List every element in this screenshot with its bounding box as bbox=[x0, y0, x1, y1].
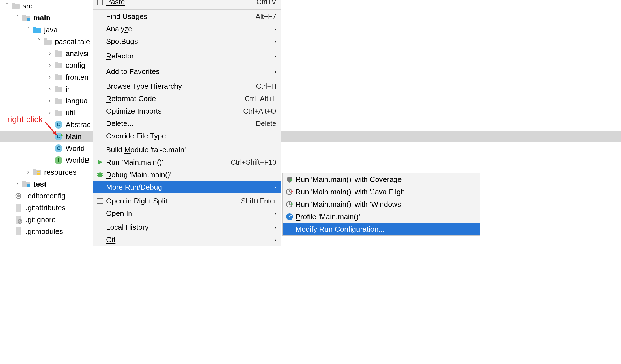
package-icon bbox=[54, 60, 63, 70]
menu-item-run-coverage[interactable]: Run 'Main.main()' with Coverage bbox=[283, 173, 480, 186]
menu-item-open-split[interactable]: Open in Right Split Shift+Enter bbox=[93, 195, 281, 207]
gear-icon bbox=[14, 191, 23, 201]
expand-arrow-icon[interactable]: ˅ bbox=[14, 14, 21, 21]
tree-label: resources bbox=[44, 168, 76, 177]
expand-arrow-icon[interactable]: › bbox=[46, 62, 54, 69]
svg-rect-4 bbox=[27, 18, 30, 21]
menu-item-debug[interactable]: Debug 'Main.main()' bbox=[93, 168, 281, 181]
menu-shortcut: Ctrl+Alt+L bbox=[245, 95, 276, 103]
menu-item-build-module[interactable]: Build Module 'tai-e.main' bbox=[93, 144, 281, 156]
expand-arrow-icon[interactable]: ˅ bbox=[24, 26, 32, 33]
tree-label: World bbox=[66, 144, 85, 153]
svg-rect-36 bbox=[22, 181, 26, 183]
menu-item-more-run-debug[interactable]: More Run/Debug › bbox=[93, 181, 281, 193]
run-icon bbox=[96, 159, 104, 165]
tree-label: .gitattributes bbox=[25, 203, 66, 212]
tree-label: langua bbox=[66, 97, 88, 105]
svg-line-70 bbox=[289, 204, 291, 205]
menu-shortcut: Ctrl+H bbox=[256, 82, 276, 90]
menu-item-modify-run-config[interactable]: Modify Run Configuration... bbox=[283, 223, 480, 235]
expand-arrow-icon[interactable]: › bbox=[46, 109, 54, 116]
svg-rect-53 bbox=[98, 0, 103, 5]
tree-label: pascal.taie bbox=[55, 37, 90, 46]
tree-label: config bbox=[66, 61, 85, 70]
menu-item-open-in[interactable]: Open In › bbox=[93, 207, 281, 220]
menu-item-reformat[interactable]: Reformat Code Ctrl+Alt+L bbox=[93, 92, 281, 105]
menu-item-run[interactable]: Run 'Main.main()' Ctrl+Shift+F10 bbox=[93, 156, 281, 168]
tree-label: .editorconfig bbox=[25, 192, 66, 200]
menu-item-optimize-imports[interactable]: Optimize Imports Ctrl+Alt+O bbox=[93, 105, 281, 117]
menu-item-spotbugs[interactable]: SpotBugs › bbox=[93, 35, 281, 47]
package-icon bbox=[54, 84, 63, 94]
menu-item-refactor[interactable]: Refactor › bbox=[93, 49, 281, 63]
source-folder-icon bbox=[32, 25, 42, 34]
svg-line-66 bbox=[289, 192, 291, 192]
svg-rect-3 bbox=[22, 15, 26, 17]
expand-arrow-icon[interactable]: › bbox=[46, 85, 54, 93]
svg-rect-16 bbox=[55, 86, 58, 88]
svg-rect-6 bbox=[33, 27, 36, 29]
svg-rect-40 bbox=[16, 204, 21, 212]
interface-icon: I bbox=[54, 155, 63, 165]
menu-item-local-history[interactable]: Local History › bbox=[93, 221, 281, 233]
tree-label: .gitmodules bbox=[25, 227, 63, 236]
context-menu: Paste Ctrl+V Find Usages Alt+F7 Analyze … bbox=[93, 0, 281, 246]
menu-label: Local History bbox=[106, 223, 148, 232]
submenu-arrow-icon: › bbox=[274, 26, 276, 32]
package-icon bbox=[43, 37, 53, 46]
svg-rect-32 bbox=[37, 171, 40, 172]
submenu-arrow-icon: › bbox=[274, 224, 276, 231]
expand-arrow-icon[interactable]: › bbox=[14, 180, 21, 188]
menu-shortcut: Shift+Enter bbox=[241, 197, 276, 205]
class-icon: C bbox=[54, 144, 63, 153]
menu-label: Paste bbox=[106, 0, 125, 6]
context-submenu-run-debug: Run 'Main.main()' with Coverage Run 'Mai… bbox=[282, 173, 480, 236]
menu-item-analyze[interactable]: Analyze › bbox=[93, 23, 281, 35]
menu-item-run-flight[interactable]: Run 'Main.main()' with 'Java Fligh bbox=[283, 186, 480, 198]
file-icon bbox=[14, 227, 23, 236]
menu-label: Delete... bbox=[106, 119, 133, 128]
clock-run-icon bbox=[285, 188, 294, 196]
menu-item-delete[interactable]: Delete... Delete bbox=[93, 117, 281, 130]
menu-label: Find Usages bbox=[106, 12, 147, 21]
menu-label: More Run/Debug bbox=[106, 183, 162, 192]
menu-label: Add to Favorites bbox=[106, 67, 159, 76]
menu-label: Build Module 'tai-e.main' bbox=[106, 146, 186, 154]
menu-separator bbox=[93, 9, 281, 10]
expand-arrow-icon[interactable]: › bbox=[24, 168, 32, 176]
svg-text:I: I bbox=[58, 157, 59, 163]
svg-point-39 bbox=[18, 195, 19, 197]
menu-item-browse-hierarchy[interactable]: Browse Type Hierarchy Ctrl+H bbox=[93, 80, 281, 92]
svg-line-57 bbox=[97, 173, 98, 174]
menu-separator bbox=[93, 220, 281, 220]
menu-label: Analyze bbox=[106, 25, 132, 33]
menu-item-profile[interactable]: Profile 'Main.main()' bbox=[283, 211, 480, 223]
tree-label: .gitignore bbox=[25, 215, 56, 224]
expand-arrow-icon[interactable]: ˅ bbox=[35, 38, 43, 45]
annotation-right-click: right click bbox=[7, 114, 43, 124]
menu-label: Refactor bbox=[106, 52, 134, 60]
expand-arrow-icon[interactable]: › bbox=[46, 97, 54, 105]
package-icon bbox=[54, 49, 63, 58]
menu-shortcut: Delete bbox=[256, 120, 276, 128]
expand-arrow-icon[interactable]: › bbox=[46, 73, 54, 81]
svg-rect-48 bbox=[17, 229, 20, 230]
menu-label: Browse Type Hierarchy bbox=[106, 82, 182, 91]
svg-rect-33 bbox=[37, 173, 40, 174]
menu-label: Run 'Main.main()' bbox=[106, 158, 163, 167]
menu-item-run-windows[interactable]: Run 'Main.main()' with 'Windows bbox=[283, 198, 480, 211]
menu-label: Override File Type bbox=[106, 132, 166, 140]
tree-label: util bbox=[66, 109, 75, 117]
menu-label: Run 'Main.main()' with 'Java Fligh bbox=[296, 188, 405, 196]
menu-item-paste[interactable]: Paste Ctrl+V bbox=[93, 0, 281, 9]
menu-item-favorites[interactable]: Add to Favorites › bbox=[93, 64, 281, 79]
menu-item-override-filetype[interactable]: Override File Type bbox=[93, 130, 281, 142]
menu-item-git[interactable]: Git › bbox=[93, 233, 281, 246]
expand-arrow-icon[interactable]: ˅ bbox=[3, 2, 11, 10]
menu-item-find-usages[interactable]: Find Usages Alt+F7 bbox=[93, 10, 281, 23]
tree-label: Main bbox=[66, 132, 81, 141]
tree-label: WorldB bbox=[66, 156, 90, 165]
package-icon bbox=[54, 108, 63, 118]
menu-label: Git bbox=[106, 235, 115, 244]
expand-arrow-icon[interactable]: › bbox=[46, 50, 54, 57]
